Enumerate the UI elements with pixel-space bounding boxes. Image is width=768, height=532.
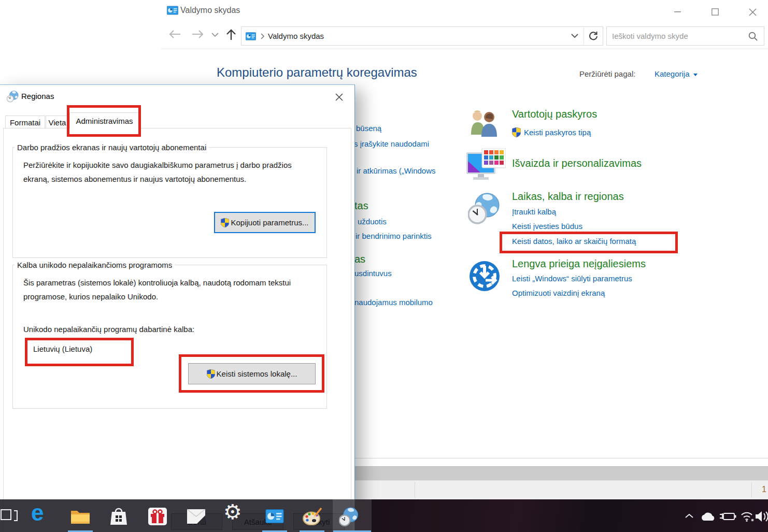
nav-separator [161, 49, 768, 49]
recent-pages-chevron-icon[interactable] [211, 33, 219, 37]
battery-charging-icon[interactable] [719, 512, 736, 521]
status-separator [751, 482, 752, 498]
control-panel-taskbar-icon[interactable] [265, 509, 284, 523]
address-dropdown-chevron-icon[interactable] [571, 34, 578, 38]
view-by-value[interactable]: Kategorija [655, 69, 690, 78]
task-link-fragment[interactable]: būseną [356, 124, 381, 133]
dialog-close-icon[interactable] [330, 89, 348, 105]
page-title: Kompiuterio parametrų koregavimas [217, 65, 417, 80]
region-taskbar-icon[interactable] [339, 507, 359, 527]
category-appearance[interactable]: Išvaizda ir personalizavimas [512, 157, 642, 169]
view-by-dropdown[interactable]: Kategorija [655, 69, 698, 78]
tab-formatai[interactable]: Formatai [5, 116, 45, 128]
task-view-icon[interactable] [14, 510, 18, 521]
up-icon[interactable] [226, 28, 236, 41]
screen: Valdymo skydas Valdymo skydas Kompiuteri… [0, 0, 768, 532]
search-input[interactable] [607, 32, 748, 40]
chevron-down-icon [693, 74, 698, 76]
groupbox-legend: Kalba unikodo nepalaikančioms programoms [15, 261, 175, 269]
close-button[interactable] [745, 6, 760, 18]
groupbox-legend: Darbo pradžios ekranas ir naujų vartotoj… [15, 143, 209, 152]
category-user-accounts[interactable]: Vartotojų paskyros [512, 108, 597, 120]
mail-icon[interactable] [187, 509, 206, 524]
task-view-icon[interactable] [1, 509, 11, 520]
copy-settings-button[interactable]: Kopijuoti parametrus... [214, 212, 316, 233]
category-title-fragment[interactable]: as [354, 253, 365, 265]
breadcrumb-chevron-icon [261, 33, 265, 39]
clock-globe-icon[interactable] [468, 193, 500, 225]
personalization-icon[interactable] [465, 148, 506, 183]
settings-gear-icon[interactable]: ⚙ [223, 501, 242, 522]
maximize-button[interactable] [707, 6, 723, 18]
view-by-label: Peržiūrėti pagal: [579, 69, 635, 78]
change-system-locale-button[interactable]: Keisti sistemos lokalę... [188, 363, 316, 384]
button-label: Keisti sistemos lokalę... [217, 369, 297, 378]
task-link-fragment[interactable]: ir atkūrimas („Windows [357, 166, 436, 175]
users-icon[interactable] [468, 108, 500, 138]
window-title: Valdymo skydas [180, 6, 240, 15]
tab-administravimas[interactable]: Administravimas [69, 112, 139, 128]
address-bar[interactable]: Valdymo skydas [241, 26, 603, 46]
link-change-account-type[interactable]: Keisti paskyros tipą [512, 127, 591, 137]
ease-of-access-icon[interactable] [469, 261, 500, 292]
breadcrumb[interactable]: Valdymo skydas [268, 32, 324, 40]
task-link-fragment[interactable]: ir bendrinimo parinktis [355, 232, 432, 240]
forward-icon[interactable] [191, 29, 205, 39]
gift-icon[interactable] [148, 508, 167, 525]
current-language-value: Lietuvių (Lietuva) [33, 344, 92, 353]
edge-icon[interactable]: e [31, 501, 44, 524]
category-ease-of-access[interactable]: Lengva prieiga neįgaliesiems [512, 258, 646, 270]
status-separator [415, 482, 415, 498]
back-icon[interactable] [168, 29, 181, 39]
store-icon[interactable] [110, 507, 127, 525]
category-time-language[interactable]: Laikas, kalba ir regionas [512, 191, 624, 203]
current-language-label: Unikodo nepalaikančių programų dabartinė… [23, 325, 194, 334]
uac-shield-icon [512, 127, 521, 137]
control-panel-icon [246, 32, 256, 40]
link-change-date-time-number-formats[interactable]: Keisti datos, laiko ar skaičių formatą [512, 237, 636, 246]
control-panel-icon [167, 6, 178, 15]
category-title-fragment[interactable]: tas [354, 200, 368, 212]
region-dialog-icon [7, 91, 19, 103]
link-suggest-settings[interactable]: Leisti „Windows“ siūlyti parametrus [512, 274, 632, 283]
task-link-fragment[interactable]: naudojamus mobilumo [354, 298, 433, 307]
task-link-fragment[interactable]: usdintuvus [354, 269, 392, 278]
uac-shield-icon [221, 218, 229, 227]
paint-icon[interactable] [303, 508, 322, 525]
wifi-icon[interactable] [740, 511, 755, 522]
tray-chevron-up-icon[interactable] [685, 513, 694, 519]
file-explorer-icon[interactable] [70, 509, 90, 524]
dialog-title: Regionas [21, 92, 54, 100]
onedrive-cloud-icon[interactable] [700, 511, 716, 522]
tab-vieta[interactable]: Vieta [46, 116, 69, 128]
task-link-fragment[interactable]: s įrašykite naudodami [354, 139, 429, 148]
button-label: Kopijuoti parametrus... [231, 218, 308, 227]
refresh-icon[interactable] [589, 31, 598, 41]
region-dialog: Regionas Formatai Vieta Administravimas … [0, 84, 355, 532]
task-link-fragment[interactable]: užduotis [358, 217, 387, 226]
search-box[interactable] [606, 26, 764, 46]
status-item-count: 1 [762, 485, 766, 494]
uac-shield-icon [207, 369, 215, 379]
volume-icon[interactable] [756, 511, 768, 522]
minimize-button[interactable] [670, 6, 685, 18]
link-change-input-methods[interactable]: Keisti įvesties būdus [512, 222, 582, 231]
groupbox-description: Šis parametras (sistemos lokalė) kontrol… [23, 276, 316, 304]
link-label[interactable]: Keisti paskyros tipą [524, 128, 591, 137]
link-optimize-display[interactable]: Optimizuoti vaizdinį ekraną [512, 289, 605, 297]
link-add-language[interactable]: Įtraukti kalbą [512, 207, 556, 216]
search-icon[interactable] [748, 32, 758, 41]
groupbox-description: Peržiūrėkite ir kopijuokite savo daugiak… [23, 158, 316, 186]
